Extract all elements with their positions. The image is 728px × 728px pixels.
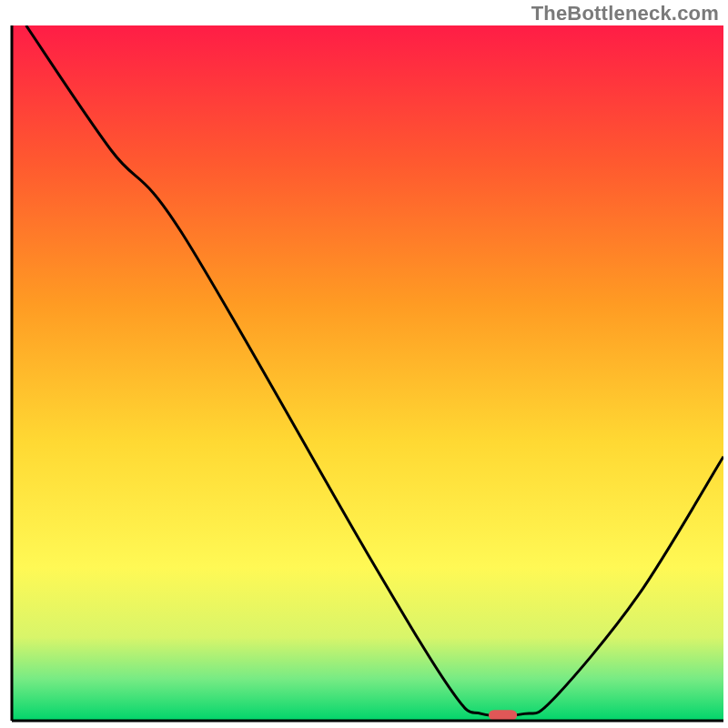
bottleneck-chart: [0, 0, 728, 728]
optimal-marker: [489, 710, 517, 720]
gradient-background: [12, 25, 723, 721]
chart-container: TheBottleneck.com: [0, 0, 728, 728]
watermark-text: TheBottleneck.com: [531, 2, 719, 25]
